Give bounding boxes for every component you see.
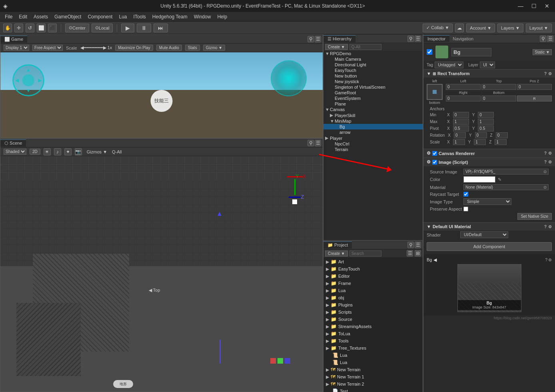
- set-native-size-button[interactable]: Set Native Size: [517, 213, 552, 220]
- hierarchy-item-terrain[interactable]: Terrain: [323, 147, 423, 152]
- menu-hedgehog[interactable]: Hedgehog Team: [149, 13, 191, 20]
- hierarchy-item-minimap[interactable]: ▼ MiniMap: [323, 118, 423, 124]
- project-grid-icon[interactable]: ⊞: [415, 250, 421, 257]
- close-button[interactable]: ✕: [542, 2, 552, 10]
- shader-select[interactable]: UI/Default: [460, 231, 508, 238]
- project-folder-scripts[interactable]: ▶📁Scripts: [324, 308, 422, 316]
- stats-button[interactable]: Stats: [185, 45, 200, 51]
- scene-content[interactable]: X Y Z ◀ Top: [0, 156, 323, 392]
- tag-select[interactable]: Untagged: [435, 62, 463, 68]
- rect-tool[interactable]: ⬛: [48, 24, 57, 32]
- hierarchy-item-rpgdemo[interactable]: ▼ RPGDemo: [323, 51, 423, 56]
- project-folder-editor[interactable]: ▶📁Editor: [324, 273, 422, 280]
- rot-y[interactable]: [475, 132, 487, 138]
- hierarchy-item-gameroot[interactable]: GameRoot: [323, 90, 423, 96]
- canvas-settings[interactable]: ⚙: [548, 151, 552, 155]
- hierarchy-item-singleton[interactable]: Singleton of VirtualScreen: [323, 84, 423, 90]
- menu-file[interactable]: File: [2, 13, 16, 20]
- play-button[interactable]: ▶: [121, 24, 134, 32]
- hand-tool[interactable]: ✋: [3, 24, 12, 32]
- pivot-y[interactable]: [478, 125, 494, 131]
- center-button[interactable]: ⊙ Center: [65, 24, 89, 32]
- hierarchy-item-arrow[interactable]: arrow: [323, 129, 423, 135]
- menu-component[interactable]: Component: [84, 13, 116, 20]
- max-x[interactable]: [453, 119, 469, 125]
- pause-button[interactable]: ⏸: [137, 24, 151, 32]
- inspector-panel-menu[interactable]: ☰: [547, 36, 553, 42]
- scale-tool[interactable]: ⬜: [37, 24, 46, 32]
- menu-window[interactable]: Window: [191, 13, 214, 20]
- project-folder-frame[interactable]: ▶📁Frame: [324, 280, 422, 287]
- max-y[interactable]: [478, 119, 494, 125]
- image-active[interactable]: [432, 160, 437, 165]
- min-y[interactable]: [478, 112, 494, 118]
- aspect-select[interactable]: Free Aspect: [32, 45, 63, 51]
- display-select[interactable]: Display 1: [4, 45, 29, 51]
- source-image-select[interactable]: ⊙: [543, 169, 547, 174]
- object-active-checkbox[interactable]: [427, 49, 432, 55]
- material-help[interactable]: ?: [544, 225, 547, 229]
- bottom-value[interactable]: [481, 96, 516, 101]
- project-folder-source[interactable]: ▶📁Source: [324, 316, 422, 323]
- account-button[interactable]: Account ▼: [466, 24, 495, 32]
- scale-slider[interactable]: ◀━━━━━━━▶ 1x: [80, 45, 112, 50]
- left-value[interactable]: [446, 84, 481, 90]
- image-settings[interactable]: ⚙: [548, 160, 552, 164]
- rot-z[interactable]: [496, 132, 508, 138]
- cloud-icon[interactable]: ☁: [455, 24, 464, 32]
- 2d-button[interactable]: 2D: [30, 149, 40, 155]
- raycast-checkbox[interactable]: [463, 192, 468, 197]
- audio-icon[interactable]: ♪: [54, 148, 61, 155]
- move-tool[interactable]: ✛: [14, 24, 23, 32]
- project-item-test[interactable]: 📄Test: [324, 388, 422, 392]
- add-component-button[interactable]: Add Component: [427, 242, 552, 251]
- hierarchy-item-playerskill[interactable]: ▶ PlayerSkill: [323, 112, 423, 118]
- default-ui-material-header[interactable]: ▼ Default UI Material ? ⚙: [423, 222, 555, 231]
- menu-itools[interactable]: ITools: [130, 13, 149, 20]
- menu-help[interactable]: Help: [214, 13, 230, 20]
- camera-icon[interactable]: 📷: [75, 148, 82, 155]
- project-folder-lua[interactable]: ▶📁Lua: [324, 287, 422, 294]
- minimize-button[interactable]: —: [515, 2, 526, 10]
- right-value[interactable]: [446, 96, 481, 101]
- layers-button[interactable]: Layers ▼: [497, 24, 523, 32]
- hierarchy-item-eventsystem[interactable]: EventSystem: [323, 96, 423, 101]
- pivot-x[interactable]: [453, 125, 469, 131]
- min-x[interactable]: [453, 112, 469, 118]
- maximize-on-play-button[interactable]: Maximize On Play: [115, 45, 153, 51]
- project-search[interactable]: [349, 251, 381, 257]
- maximize-button[interactable]: ☐: [529, 2, 539, 10]
- canvas-help[interactable]: ?: [544, 151, 547, 155]
- layout-button[interactable]: Layout ▼: [526, 24, 552, 32]
- project-panel-lock[interactable]: ⚲: [407, 242, 414, 248]
- project-item-new-terrain[interactable]: ▶🗺New Terrain: [324, 366, 422, 373]
- game-panel-menu[interactable]: ☰: [315, 36, 321, 42]
- scale-z[interactable]: [495, 139, 507, 145]
- menu-lua[interactable]: Lua: [116, 13, 130, 20]
- canvas-renderer-header[interactable]: ⚙ Canvas Renderer ? ⚙: [423, 149, 555, 157]
- project-list-icon[interactable]: ☰: [407, 250, 413, 257]
- project-item-new-terrain-1[interactable]: ▶🗺New Terrain 1: [324, 373, 422, 380]
- hierarchy-item-new-button[interactable]: New button: [323, 73, 423, 79]
- local-button[interactable]: ⊙ Local: [92, 24, 113, 32]
- top-value[interactable]: [481, 84, 516, 90]
- scene-panel-pin[interactable]: ⚲: [307, 140, 314, 146]
- navigation-tab[interactable]: Navigation: [449, 36, 477, 42]
- anchor-diagram[interactable]: [427, 84, 443, 100]
- material-field[interactable]: None (Material) ⊙: [463, 184, 549, 190]
- hierarchy-search[interactable]: [349, 44, 381, 50]
- project-item-lua-file2[interactable]: 📜Lua: [324, 359, 422, 366]
- step-button[interactable]: ⏭: [154, 24, 168, 32]
- preview-settings[interactable]: ⚙: [548, 258, 552, 262]
- scene-panel-menu[interactable]: ☰: [315, 140, 321, 146]
- hierarchy-create-button[interactable]: Create ▼: [325, 44, 348, 50]
- canvas-renderer-active[interactable]: [432, 151, 437, 156]
- rect-transform-header[interactable]: ▼ ⊞ Rect Transform ? ⚙: [423, 69, 555, 78]
- r-button[interactable]: R: [517, 96, 552, 101]
- project-panel-menu[interactable]: ☰: [415, 242, 421, 248]
- hierarchy-item-canvas[interactable]: ▼ Canvas: [323, 107, 423, 112]
- scale-x[interactable]: [453, 139, 465, 145]
- project-folder-obj[interactable]: ▶📁obj: [324, 294, 422, 301]
- preview-help[interactable]: ?: [545, 258, 547, 262]
- rect-transform-help[interactable]: ?: [544, 72, 547, 76]
